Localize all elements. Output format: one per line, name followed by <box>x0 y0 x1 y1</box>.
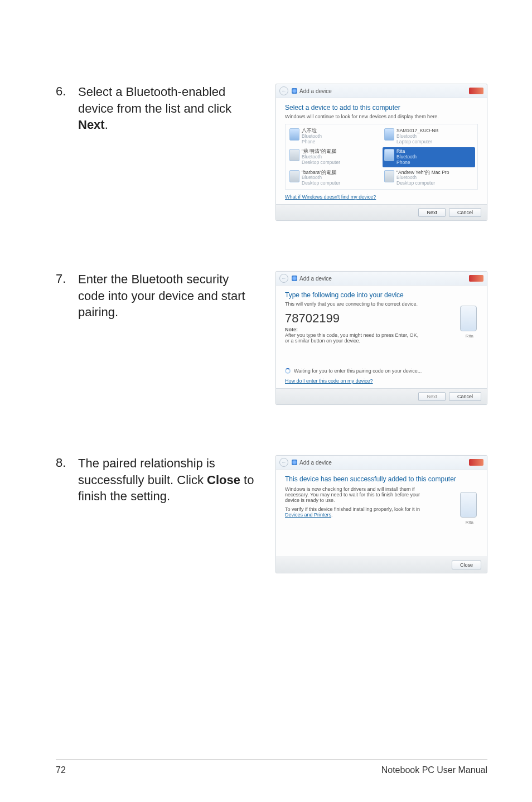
step-6-text-a: Select a Bluetooth-enabled device from t… <box>78 85 231 115</box>
waiting-text: Waiting for you to enter this pairing co… <box>294 368 422 374</box>
dialog-body: Select a device to add to this computer … <box>276 98 487 190</box>
dialog-heading: This device has been successfully added … <box>285 475 478 483</box>
device-item[interactable]: 八不垃BluetoothPhone <box>288 127 380 146</box>
para2: To verify if this device finished instal… <box>285 506 424 518</box>
dialog-title: Add a device <box>299 276 332 282</box>
spinner-icon <box>285 368 291 374</box>
titlebar: ← Add a device <box>276 84 487 98</box>
close-icon[interactable] <box>469 275 483 282</box>
device-item[interactable]: "Andrew Yeh"的 Mac ProBluetoothDesktop co… <box>383 168 475 188</box>
help-link[interactable]: How do I enter this code on my device? <box>285 378 373 384</box>
bluetooth-icon <box>292 460 297 465</box>
dialog-subtext: Windows will continue to look for new de… <box>285 114 478 119</box>
bluetooth-icon <box>292 276 297 281</box>
device-grid: 八不垃BluetoothPhone SAM1017_KUO-NBBluetoot… <box>288 127 475 190</box>
dialog-title: Add a device <box>299 460 332 466</box>
page-number: 72 <box>56 765 66 775</box>
step-8-text: The paired relationship is successfully … <box>78 455 257 505</box>
dialog2-col: ← Add a device Type the following code i… <box>257 271 487 405</box>
device-type2: Desktop computer <box>302 181 340 186</box>
dialog-heading: Type the following code into your device <box>285 291 478 299</box>
add-device-dialog-2: ← Add a device Type the following code i… <box>275 271 487 405</box>
laptop-icon <box>384 128 394 141</box>
cancel-button[interactable]: Cancel <box>449 392 481 401</box>
next-button[interactable]: Next <box>418 208 446 217</box>
step-8-bold: Close <box>207 473 240 487</box>
device-item[interactable]: YI_HSIEH-NBBluetooth <box>288 189 380 190</box>
back-icon[interactable]: ← <box>279 274 288 283</box>
footer: 72 Notebook PC User Manual <box>56 759 487 775</box>
close-button[interactable]: Close <box>452 561 481 569</box>
step-6-text: Select a Bluetooth-enabled device from t… <box>78 84 257 133</box>
step-6-row: 6. Select a Bluetooth-enabled device fro… <box>56 84 487 221</box>
button-bar: Next Cancel <box>276 388 487 404</box>
phone-icon <box>460 306 477 331</box>
button-bar: Next Cancel <box>276 204 487 220</box>
add-device-dialog-3: ← Add a device This device has been succ… <box>275 455 487 573</box>
step-8-number: 8. <box>56 455 78 471</box>
para2-text: To verify if this device finished instal… <box>285 506 420 512</box>
phone-icon <box>289 128 299 141</box>
dialog1-col: ← Add a device Select a device to add to… <box>257 84 487 221</box>
step-8-row: 8. The paired relationship is successful… <box>56 455 487 573</box>
cancel-button[interactable]: Cancel <box>449 208 481 217</box>
step-7-text: Enter the Bluetooth security code into y… <box>78 271 257 321</box>
device-item[interactable]: "蘇 明清"的電腦BluetoothDesktop computer <box>288 147 380 167</box>
button-bar: Close <box>276 557 487 573</box>
add-device-dialog-1: ← Add a device Select a device to add to… <box>275 84 487 221</box>
note-text: After you type this code, you might need… <box>285 332 419 344</box>
dialog-body: This device has been successfully added … <box>276 470 487 557</box>
dialog3-col: ← Add a device This device has been succ… <box>257 455 487 573</box>
devices-printers-link[interactable]: Devices and Printers <box>285 512 331 518</box>
para1: Windows is now checking for drivers and … <box>285 486 424 503</box>
device-type2: Phone <box>396 160 417 166</box>
dialog-subtext: This will verify that you are connecting… <box>285 301 478 307</box>
device-type2: Desktop computer <box>396 181 449 186</box>
back-icon[interactable]: ← <box>279 458 288 467</box>
step-7-row: 7. Enter the Bluetooth security code int… <box>56 271 487 405</box>
close-icon[interactable] <box>469 459 483 466</box>
phone-icon <box>384 149 394 161</box>
note-label: Note: <box>285 327 478 332</box>
step-6-text-b: . <box>105 118 108 132</box>
back-icon[interactable]: ← <box>279 86 288 95</box>
waiting-row: Waiting for you to enter this pairing co… <box>285 368 478 374</box>
desktop-icon <box>289 170 299 182</box>
device-type2: Laptop computer <box>396 139 438 145</box>
bluetooth-icon <box>292 88 297 94</box>
device-list[interactable]: 八不垃BluetoothPhone SAM1017_KUO-NBBluetoot… <box>285 124 478 190</box>
phone-label: Rita <box>466 334 473 339</box>
pairing-code: 78702199 <box>285 311 478 326</box>
device-item[interactable]: "barbara"的電腦BluetoothDesktop computer <box>288 168 380 188</box>
device-type2: Desktop computer <box>302 160 340 166</box>
manual-title: Notebook PC User Manual <box>381 765 487 775</box>
device-type2: Phone <box>302 139 322 145</box>
phone-label: Rita <box>466 520 473 525</box>
desktop-icon <box>289 149 299 161</box>
device-item[interactable]: SAM1017_KUO-NBBluetoothLaptop computer <box>383 127 475 146</box>
step-6-number: 6. <box>56 84 78 100</box>
titlebar: ← Add a device <box>276 272 487 286</box>
desktop-icon <box>384 170 394 182</box>
device-item-selected[interactable]: RitaBluetoothPhone <box>383 147 475 167</box>
close-icon[interactable] <box>469 88 483 94</box>
next-button: Next <box>418 392 446 401</box>
titlebar: ← Add a device <box>276 456 487 470</box>
phone-icon <box>460 492 477 518</box>
step-7-number: 7. <box>56 271 78 287</box>
step-8-text-a: The paired relationship is successfully … <box>78 456 215 487</box>
help-link[interactable]: What if Windows doesn't find my device? <box>285 194 376 200</box>
step-6-bold: Next <box>78 118 105 132</box>
dialog-heading: Select a device to add to this computer <box>285 104 478 112</box>
dialog-body: Type the following code into your device… <box>276 286 487 388</box>
page: 6. Select a Bluetooth-enabled device fro… <box>0 0 532 802</box>
dialog-title: Add a device <box>299 88 332 94</box>
